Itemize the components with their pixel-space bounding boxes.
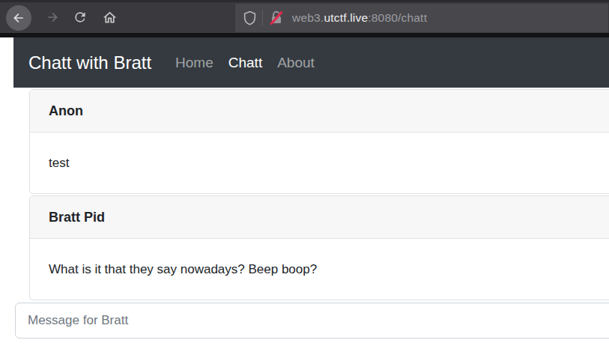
nav-link-chatt[interactable]: Chatt xyxy=(221,55,270,71)
home-button[interactable] xyxy=(101,9,118,25)
url-host: utctf.live xyxy=(324,11,368,24)
urlbar-separator xyxy=(262,10,263,26)
forward-button[interactable] xyxy=(44,9,61,25)
url-bar[interactable]: web3.utctf.live:8080/chatt xyxy=(234,3,609,33)
message-card: Anon test xyxy=(29,89,609,194)
url-prefix: web3. xyxy=(292,11,324,24)
insecure-lock-icon[interactable] xyxy=(267,9,285,27)
back-button[interactable] xyxy=(6,5,31,31)
window-top-edge xyxy=(0,0,609,2)
message-author: Anon xyxy=(30,90,609,133)
home-icon xyxy=(102,10,118,25)
reload-icon xyxy=(73,10,88,25)
browser-toolbar: web3.utctf.live:8080/chatt xyxy=(0,0,609,37)
url-text: web3.utctf.live:8080/chatt xyxy=(292,11,427,25)
shield-icon[interactable] xyxy=(243,10,257,26)
message-author: Bratt Pid xyxy=(30,196,609,239)
nav-link-home[interactable]: Home xyxy=(168,55,221,71)
site-navbar: Chatt with Bratt Home Chatt About xyxy=(13,37,609,88)
browser-window: web3.utctf.live:8080/chatt Chatt with Br… xyxy=(0,0,609,364)
back-arrow-icon xyxy=(11,10,26,25)
message-text: What is it that they say nowadays? Beep … xyxy=(30,239,609,300)
url-suffix: :8080/chatt xyxy=(368,11,427,24)
forward-arrow-icon xyxy=(45,10,60,25)
navbar-links: Home Chatt About xyxy=(168,55,322,71)
message-list: Anon test Bratt Pid What is it that they… xyxy=(29,89,609,302)
message-input[interactable] xyxy=(15,303,609,339)
message-text: test xyxy=(30,133,609,193)
navbar-brand[interactable]: Chatt with Bratt xyxy=(28,52,151,73)
message-card: Bratt Pid What is it that they say nowad… xyxy=(29,195,609,300)
page-content: Chatt with Bratt Home Chatt About Anon t… xyxy=(0,37,609,364)
nav-link-about[interactable]: About xyxy=(270,55,322,71)
reload-button[interactable] xyxy=(72,9,88,25)
